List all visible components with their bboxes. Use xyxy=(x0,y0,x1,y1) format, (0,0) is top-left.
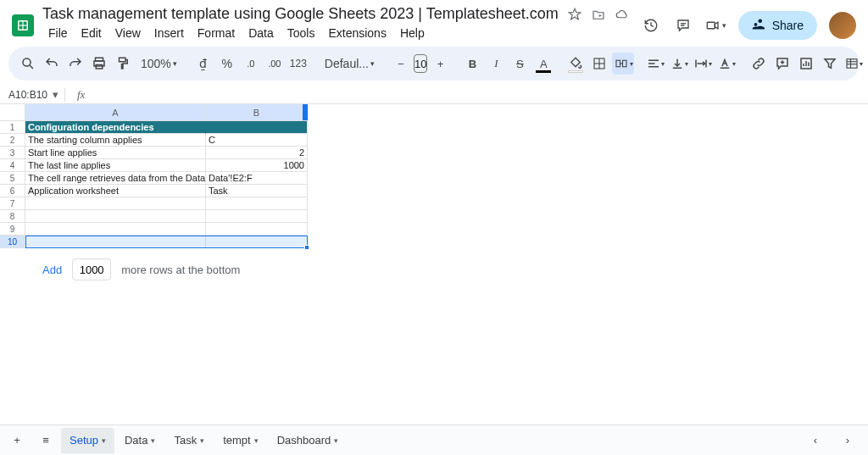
spreadsheet-grid[interactable]: A B 1Configuration dependencies2The star… xyxy=(0,104,868,424)
sheet-tab-caret-icon[interactable]: ▾ xyxy=(200,436,204,445)
cell[interactable]: The last line applies xyxy=(25,159,206,172)
print-icon[interactable] xyxy=(88,53,110,75)
sheets-logo[interactable] xyxy=(12,14,34,36)
sheet-tab[interactable]: tempt▾ xyxy=(214,428,267,453)
scroll-tabs-left-icon[interactable]: ‹ xyxy=(802,428,829,453)
cell[interactable] xyxy=(25,197,206,210)
font-size-input[interactable]: 10 xyxy=(414,54,427,73)
insert-chart-button[interactable] xyxy=(795,53,817,75)
more-formats-button[interactable]: 123 xyxy=(287,53,309,75)
sheet-tab[interactable]: Dashboard▾ xyxy=(269,428,348,453)
redo-icon[interactable] xyxy=(64,53,86,75)
cell[interactable]: The cell range retrieves data from the D… xyxy=(25,172,206,185)
name-box[interactable]: A10:B10 xyxy=(3,89,53,101)
filter-button[interactable] xyxy=(819,53,841,75)
bold-button[interactable]: B xyxy=(461,53,483,75)
text-rotation-button[interactable]: ▾ xyxy=(715,53,737,75)
menu-tools[interactable]: Tools xyxy=(281,25,321,42)
comment-icon[interactable] xyxy=(673,15,693,36)
fill-color-button[interactable] xyxy=(565,53,587,75)
cell[interactable] xyxy=(206,223,308,236)
select-all-corner[interactable] xyxy=(0,104,25,121)
menu-help[interactable]: Help xyxy=(394,25,431,42)
sheet-tab-caret-icon[interactable]: ▾ xyxy=(102,436,106,445)
cell[interactable] xyxy=(206,236,308,248)
document-title[interactable]: Task management template using Google Sh… xyxy=(42,5,559,23)
merge-cells-button[interactable]: ▾ xyxy=(612,53,634,75)
decrease-font-size-button[interactable]: − xyxy=(390,53,412,75)
formula-bar[interactable] xyxy=(92,86,868,103)
cell[interactable] xyxy=(206,210,308,223)
cell[interactable]: Task xyxy=(206,185,308,197)
borders-button[interactable] xyxy=(588,53,610,75)
sheet-tab[interactable]: Data▾ xyxy=(116,428,164,453)
cell[interactable] xyxy=(25,223,206,236)
cell[interactable]: 2 xyxy=(206,147,308,159)
history-icon[interactable] xyxy=(641,15,661,36)
text-wrap-button[interactable]: ▾ xyxy=(692,53,714,75)
menu-file[interactable]: File xyxy=(42,25,74,42)
move-icon[interactable] xyxy=(591,7,606,22)
row-header[interactable]: 4 xyxy=(0,159,25,172)
column-header-b[interactable]: B xyxy=(206,104,308,121)
menu-insert[interactable]: Insert xyxy=(148,25,190,42)
strikethrough-button[interactable]: S xyxy=(509,53,531,75)
scroll-tabs-right-icon[interactable]: › xyxy=(834,428,861,453)
filter-views-button[interactable]: ▾ xyxy=(843,53,865,75)
cell[interactable] xyxy=(25,236,206,248)
cloud-icon[interactable] xyxy=(615,7,630,22)
account-avatar[interactable] xyxy=(829,12,856,39)
sheet-tab[interactable]: Setup▾ xyxy=(61,428,114,453)
cell[interactable]: Configuration dependencies xyxy=(25,121,206,134)
row-header[interactable]: 6 xyxy=(0,185,25,197)
menu-format[interactable]: Format xyxy=(192,25,241,42)
add-sheet-button[interactable]: + xyxy=(3,428,31,453)
font-dropdown[interactable]: Defaul...▾ xyxy=(320,57,380,70)
column-header-a[interactable]: A xyxy=(25,104,206,121)
increase-decimal-button[interactable]: .00 xyxy=(264,53,286,75)
search-menus-icon[interactable] xyxy=(17,53,39,75)
row-header[interactable]: 1 xyxy=(0,121,25,134)
row-header[interactable]: 7 xyxy=(0,197,25,210)
cell[interactable]: Data'!E2:F xyxy=(206,172,308,185)
row-header[interactable]: 5 xyxy=(0,172,25,185)
row-header[interactable]: 10 xyxy=(0,236,25,248)
decrease-decimal-button[interactable]: .0 xyxy=(240,53,262,75)
paint-format-icon[interactable] xyxy=(112,53,134,75)
menu-data[interactable]: Data xyxy=(242,25,280,42)
sheet-tab-caret-icon[interactable]: ▾ xyxy=(151,436,155,445)
undo-icon[interactable] xyxy=(41,53,63,75)
cell[interactable]: Application worksheet xyxy=(25,185,206,197)
cell[interactable] xyxy=(25,210,206,223)
add-rows-button[interactable]: Add xyxy=(42,264,62,276)
vertical-align-button[interactable]: ▾ xyxy=(668,53,690,75)
column-resize-handle[interactable] xyxy=(303,104,308,120)
sheet-tab[interactable]: Task▾ xyxy=(165,428,213,453)
meet-icon[interactable]: ▾ xyxy=(705,15,726,36)
text-color-button[interactable]: A xyxy=(532,53,554,75)
add-rows-count-input[interactable] xyxy=(72,258,111,280)
cell[interactable]: The starting column applies xyxy=(25,134,206,147)
row-header[interactable]: 2 xyxy=(0,134,25,147)
insert-comment-button[interactable] xyxy=(771,53,793,75)
star-icon[interactable] xyxy=(567,7,582,22)
cell[interactable] xyxy=(206,121,308,134)
increase-font-size-button[interactable]: + xyxy=(429,53,451,75)
cell[interactable]: 1000 xyxy=(206,159,308,172)
menu-view[interactable]: View xyxy=(109,25,147,42)
cell[interactable] xyxy=(206,197,308,210)
zoom-dropdown[interactable]: 100%▾ xyxy=(136,57,182,70)
share-button[interactable]: Share xyxy=(738,11,817,40)
sheet-tab-caret-icon[interactable]: ▾ xyxy=(254,436,259,445)
row-header[interactable]: 3 xyxy=(0,147,25,159)
currency-format-button[interactable]: ₫ xyxy=(192,53,214,75)
insert-link-button[interactable] xyxy=(748,53,770,75)
name-box-dropdown-icon[interactable]: ▾ xyxy=(53,88,64,101)
sheet-tab-caret-icon[interactable]: ▾ xyxy=(334,436,338,445)
menu-edit[interactable]: Edit xyxy=(75,25,108,42)
horizontal-align-button[interactable]: ▾ xyxy=(644,53,666,75)
row-header[interactable]: 9 xyxy=(0,223,25,236)
row-header[interactable]: 8 xyxy=(0,210,25,223)
percent-format-button[interactable]: % xyxy=(216,53,238,75)
menu-extensions[interactable]: Extensions xyxy=(322,25,392,42)
